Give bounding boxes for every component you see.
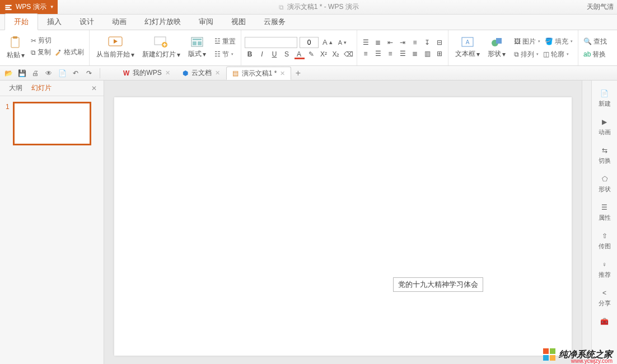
align-justify-button[interactable]: ☰ <box>398 49 408 59</box>
svg-rect-0 <box>11 37 19 48</box>
textbox-button[interactable]: A 文本框▾ <box>452 36 483 60</box>
qa-save-button[interactable]: 💾 <box>17 68 27 78</box>
fill-button[interactable]: 🪣填充▾ <box>543 36 574 48</box>
reset-icon: ☳ <box>214 37 221 45</box>
layout-icon <box>191 37 203 48</box>
superscript-button[interactable]: X² <box>319 49 329 59</box>
rside-shape[interactable]: ⬠形状 <box>593 171 616 197</box>
outline-button[interactable]: ◫轮廓▾ <box>541 49 571 60</box>
new-slide-button[interactable]: 新建幻灯片▾ <box>139 35 184 60</box>
tab-review[interactable]: 审阅 <box>190 14 222 30</box>
decrease-indent-button[interactable]: ⇤ <box>385 37 395 48</box>
lightbulb-icon: ♀ <box>600 259 610 270</box>
convert-smartart-button[interactable]: ⊞ <box>434 49 445 59</box>
rside-animation[interactable]: ▶动画 <box>593 114 616 140</box>
play-icon <box>108 36 123 49</box>
underline-button[interactable]: U <box>269 49 279 59</box>
slide-thumbnail[interactable] <box>13 102 91 145</box>
rside-recommend[interactable]: ♀推荐 <box>593 256 616 282</box>
increase-font-button[interactable]: A▴ <box>321 37 334 48</box>
tab-slideshow[interactable]: 幻灯片放映 <box>135 14 190 30</box>
tab-view[interactable]: 视图 <box>222 14 255 30</box>
close-icon[interactable]: ✕ <box>215 69 220 77</box>
divider <box>100 68 100 78</box>
columns-button[interactable]: ▥ <box>422 49 432 59</box>
text-direction-button[interactable]: ↧ <box>422 37 432 48</box>
tab-animation[interactable]: 动画 <box>103 14 135 30</box>
cut-button[interactable]: ✂剪切 <box>29 35 86 46</box>
slide-textbox[interactable]: 党的十九大精神学习体会 <box>393 277 483 292</box>
wps-logo-icon <box>4 3 12 11</box>
panel-close-button[interactable]: ✕ <box>89 83 99 93</box>
tab-design[interactable]: 设计 <box>71 14 103 30</box>
font-color-button[interactable]: A <box>294 49 304 59</box>
doctab-cloud[interactable]: ⬢ 云文档 ✕ <box>176 67 226 80</box>
doctab-label: 演示文稿1 * <box>242 69 277 78</box>
decrease-font-button[interactable]: A▾ <box>336 38 348 47</box>
align-center-button[interactable]: ☰ <box>373 49 383 59</box>
qa-open-button[interactable]: 📂 <box>3 68 13 78</box>
arrange-button[interactable]: ⧉排列▾ <box>512 49 540 60</box>
strike-button[interactable]: S <box>282 49 292 59</box>
slides-tab[interactable]: 幻灯片 <box>27 81 56 95</box>
bold-button[interactable]: B <box>245 49 255 59</box>
rside-transition[interactable]: ⇆切换 <box>593 142 616 168</box>
shape-button[interactable]: 形状▾ <box>484 36 509 60</box>
upload-icon: ⇧ <box>600 231 610 241</box>
doctab-mywps[interactable]: W 我的WPS ✕ <box>117 67 176 80</box>
rside-upload[interactable]: ⇧传图 <box>593 228 616 254</box>
rside-property[interactable]: ☰属性 <box>593 199 616 225</box>
font-name-input[interactable] <box>245 37 297 48</box>
font-size-input[interactable] <box>300 37 319 48</box>
close-icon[interactable]: ✕ <box>280 70 285 77</box>
paste-button[interactable]: 粘贴▾ <box>3 35 28 61</box>
outline-tab[interactable]: 大纲 <box>4 81 27 95</box>
qa-print-button[interactable]: 🖨 <box>30 68 40 78</box>
clear-format-button[interactable]: ⌫ <box>343 49 353 59</box>
subscript-button[interactable]: X₂ <box>331 49 341 59</box>
slide[interactable]: 党的十九大精神学习体会 <box>114 97 572 356</box>
align-left-button[interactable]: ≡ <box>361 49 371 59</box>
vertical-scrollbar[interactable] <box>582 81 591 364</box>
slide-canvas-area[interactable]: 党的十九大精神学习体会 <box>104 81 582 364</box>
numbering-button[interactable]: ≣ <box>373 37 383 48</box>
distribute-button[interactable]: ≣ <box>410 49 420 59</box>
section-button[interactable]: ☷节▾ <box>213 49 237 60</box>
tab-start[interactable]: 开始 <box>4 13 38 30</box>
align-text-button[interactable]: ⊟ <box>434 37 445 48</box>
doctab-presentation[interactable]: ▤ 演示文稿1 * ✕ <box>226 67 292 80</box>
rside-new[interactable]: 📄新建 <box>593 85 616 111</box>
app-menu-button[interactable]: WPS 演示 ▼ <box>0 0 58 14</box>
tab-cloud[interactable]: 云服务 <box>255 14 295 30</box>
highlight-button[interactable]: ✎ <box>306 49 316 59</box>
replace-button[interactable]: ab替换 <box>582 49 609 60</box>
pentagon-icon: ⬠ <box>600 174 610 184</box>
layout-button[interactable]: 版式▾ <box>185 36 209 60</box>
close-icon[interactable]: ✕ <box>165 69 170 77</box>
find-button[interactable]: 🔍查找 <box>582 36 609 48</box>
bullets-button[interactable]: ☰ <box>361 37 371 48</box>
increase-indent-button[interactable]: ⇥ <box>398 37 408 48</box>
qa-redo-button[interactable]: ↷ <box>84 68 94 78</box>
from-current-button[interactable]: 从当前开始▾ <box>93 35 138 60</box>
transition-icon: ⇆ <box>600 145 610 155</box>
replace-icon: ab <box>583 50 591 58</box>
qa-export-button[interactable]: 📄 <box>57 68 67 78</box>
reset-button[interactable]: ☳重置 <box>213 36 237 48</box>
line-spacing-button[interactable]: ≡ <box>410 37 420 48</box>
app-name: WPS 演示 <box>16 2 46 12</box>
qa-preview-button[interactable]: 👁 <box>44 68 54 78</box>
copy-button[interactable]: ⧉复制 <box>29 46 53 58</box>
rside-toolbox[interactable]: 🧰 <box>593 313 616 331</box>
slide-number: 1 <box>6 102 10 111</box>
format-painter-button[interactable]: 格式刷 <box>53 46 86 58</box>
new-tab-button[interactable]: + <box>291 68 305 78</box>
file-icon: 📄 <box>600 88 610 98</box>
qa-undo-button[interactable]: ↶ <box>71 68 81 78</box>
picture-button[interactable]: 🖼图片▾ <box>512 36 542 48</box>
italic-button[interactable]: I <box>257 49 267 59</box>
align-right-button[interactable]: ≡ <box>385 49 395 59</box>
tab-insert[interactable]: 插入 <box>38 14 71 30</box>
rside-share[interactable]: <分享 <box>593 285 616 311</box>
picture-icon: 🖼 <box>514 37 521 45</box>
